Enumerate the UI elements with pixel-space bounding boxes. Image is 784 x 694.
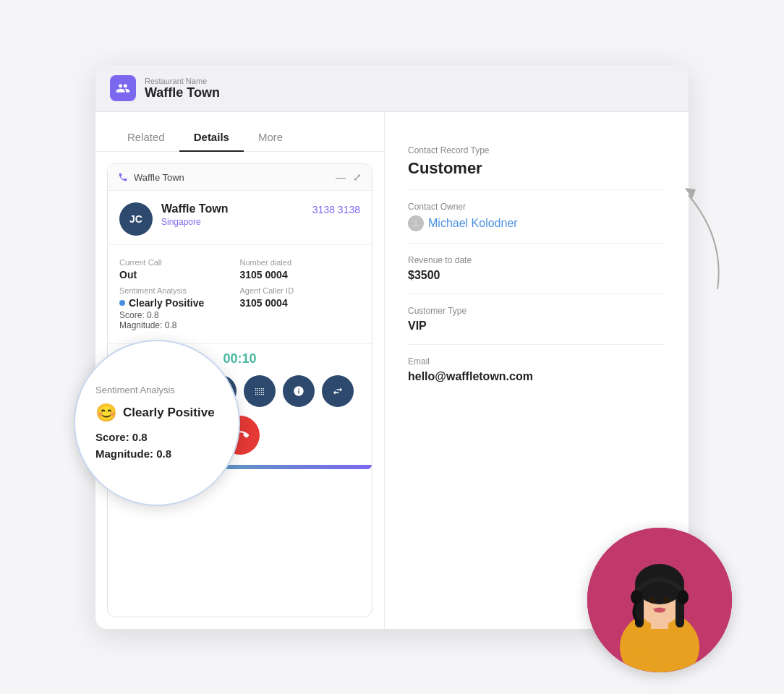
- sentiment-cell: Sentiment Analysis Clearly Positive Scor…: [119, 283, 240, 333]
- agent-caller-value: 3105 0004: [240, 297, 361, 309]
- field-email: Email hello@waffletown.com: [408, 345, 665, 395]
- arrow-decoration: [660, 181, 732, 296]
- email-value: hello@waffletown.com: [408, 370, 665, 383]
- number-dialed-label: Number dialed: [240, 258, 361, 267]
- main-card: Restaurant Name Waffle Town Related Deta…: [95, 65, 689, 629]
- field-contact-owner: Contact Owner Michael Kolodner: [408, 190, 665, 244]
- contact-owner-value[interactable]: Michael Kolodner: [408, 215, 665, 231]
- sentiment-popup-magnitude: Magnitude: 0.8: [95, 447, 171, 460]
- sentiment-popup: Sentiment Analysis 😊 Clearly Positive Sc…: [74, 340, 240, 506]
- contact-record-type-value: Customer: [408, 159, 665, 178]
- revenue-value: $3500: [408, 269, 665, 282]
- email-label: Email: [408, 356, 665, 367]
- sentiment-popup-main: 😊 Clearly Positive: [95, 403, 215, 423]
- magnitude-detail: Magnitude: 0.8: [119, 320, 240, 330]
- number-dialed-value: 3105 0004: [240, 269, 361, 280]
- field-contact-record-type: Contact Record Type Customer: [408, 134, 665, 190]
- agent-photo-inner: [587, 528, 732, 672]
- contact-record-type-label: Contact Record Type: [408, 145, 665, 155]
- avatar: JC: [119, 202, 153, 236]
- sentiment-analysis-label: Sentiment Analysis: [119, 286, 240, 295]
- number-dialed-cell: Number dialed 3105 0004: [240, 255, 361, 283]
- keypad-button[interactable]: [244, 375, 276, 407]
- sentiment-dot: [119, 300, 125, 306]
- contact-owner-label: Contact Owner: [408, 202, 665, 212]
- customer-type-label: Customer Type: [408, 306, 665, 316]
- sentiment-popup-value: Clearly Positive: [123, 406, 215, 420]
- sentiment-popup-title: Sentiment Analysis: [95, 385, 175, 395]
- card-header: Restaurant Name Waffle Town: [95, 65, 689, 112]
- sentiment-emoji: 😊: [95, 403, 117, 423]
- field-revenue: Revenue to date $3500: [408, 244, 665, 294]
- sentiment-analysis-value: Clearly Positive: [119, 297, 240, 309]
- phone-widget-header: Waffle Town — ⤢: [108, 164, 372, 191]
- restaurant-name: Waffle Town: [145, 85, 220, 100]
- contact-location: Singapore: [161, 217, 304, 227]
- widget-title-area: Waffle Town: [118, 172, 184, 183]
- revenue-label: Revenue to date: [408, 255, 665, 265]
- widget-controls: — ⤢: [336, 171, 362, 183]
- contact-name: Waffle Town: [161, 202, 304, 215]
- agent-caller-cell: Agent Caller ID 3105 0004: [240, 283, 361, 333]
- sentiment-popup-score: Score: 0.8: [95, 431, 148, 443]
- field-customer-type: Customer Type VIP: [408, 294, 665, 345]
- svg-point-11: [649, 597, 655, 604]
- restaurant-label: Restaurant Name: [145, 77, 220, 85]
- tab-related[interactable]: Related: [113, 124, 179, 152]
- owner-avatar: [408, 215, 424, 231]
- contact-info: JC Waffle Town Singapore 3138 3138: [108, 191, 372, 245]
- header-text: Restaurant Name Waffle Town: [145, 77, 220, 100]
- expand-icon[interactable]: ⤢: [353, 171, 362, 183]
- info-button[interactable]: [283, 375, 315, 407]
- agent-photo: [587, 528, 732, 672]
- transfer-button[interactable]: [322, 375, 354, 407]
- contact-icon: [110, 75, 136, 101]
- current-call-value: Out: [119, 269, 240, 280]
- current-call-label: Current Call: [119, 258, 240, 267]
- svg-point-12: [664, 597, 670, 604]
- score-detail: Score: 0.8: [119, 310, 240, 320]
- customer-type-value: VIP: [408, 320, 665, 333]
- agent-caller-label: Agent Caller ID: [240, 286, 361, 295]
- tabs: Related Details More: [95, 112, 384, 152]
- tab-more[interactable]: More: [244, 124, 297, 152]
- widget-phone-name: Waffle Town: [134, 172, 184, 183]
- call-info-grid: Current Call Out Number dialed 3105 0004…: [108, 245, 372, 344]
- current-call-cell: Current Call Out: [119, 255, 240, 283]
- contact-details: Waffle Town Singapore: [161, 202, 304, 227]
- svg-point-9: [677, 590, 689, 604]
- svg-point-13: [654, 608, 665, 613]
- minimize-icon[interactable]: —: [336, 171, 346, 183]
- svg-point-10: [635, 620, 641, 625]
- contact-phone: 3138 3138: [312, 204, 360, 215]
- tab-details[interactable]: Details: [179, 124, 244, 152]
